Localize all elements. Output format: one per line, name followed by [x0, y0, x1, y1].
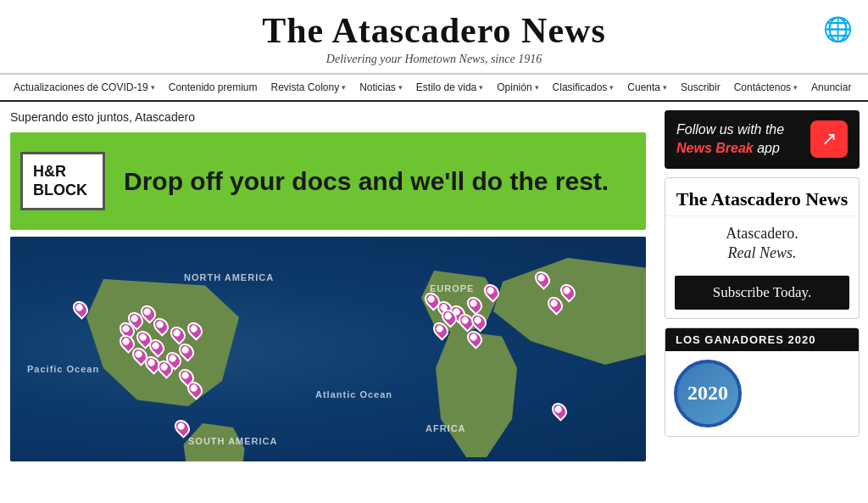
- atascadero-ad-sub: Real News.: [665, 244, 859, 271]
- hr-block-line1: H&R: [33, 163, 92, 182]
- nav-item-cuenta[interactable]: Cuenta ▾: [620, 75, 674, 100]
- nav-item-caret: ▾: [609, 83, 614, 92]
- site-title: The Atascadero News: [0, 10, 868, 51]
- sidebar: Follow us with the News Break app ↗ The …: [656, 102, 868, 470]
- site-header: The Atascadero News Delivering your Home…: [0, 0, 868, 74]
- nav-item-anunciar[interactable]: Anunciar: [804, 75, 858, 100]
- ganadores-box: LOS GANADORES 2020 2020: [665, 327, 860, 437]
- hr-block-logo: H&R BLOCK: [20, 152, 105, 210]
- atascadero-ad-title: The Atascadero News: [665, 178, 859, 216]
- nav-item-caret: ▾: [151, 83, 155, 92]
- nav-item-label: Noticias: [359, 81, 396, 93]
- hr-block-ad[interactable]: H&R BLOCK Drop off your docs and we'll d…: [10, 132, 646, 230]
- newsbreak-app-text: app: [757, 141, 780, 155]
- superando-text: Superando esto juntos, Atascadero: [10, 110, 646, 124]
- nav-item-actualizaciones-de-covid-19[interactable]: Actualizaciones de COVID-19 ▾: [7, 75, 162, 100]
- map-background: NORTH AMERICAPacific OceanAtlantic Ocean…: [10, 237, 646, 461]
- ganadores-year: 2020: [687, 382, 728, 405]
- nav-item-caret: ▾: [793, 83, 798, 92]
- nav-item-label: Clasificados: [553, 81, 608, 93]
- africa-continent: [426, 330, 527, 457]
- nav-item-estilo-de-vida[interactable]: Estilo de vida ▾: [409, 75, 490, 100]
- nav-item-label: Anunciar: [811, 81, 851, 93]
- ganadores-content: 2020: [665, 351, 859, 436]
- newsbreak-follow-text: Follow us with the: [676, 122, 784, 137]
- nav-item-revista-colony[interactable]: Revista Colony ▾: [264, 75, 353, 100]
- nav-item-contenido-premium[interactable]: Contenido premium: [162, 75, 264, 100]
- main-nav: Actualizaciones de COVID-19 ▾Contenido p…: [0, 74, 868, 102]
- nav-item-caret: ▾: [663, 83, 667, 92]
- hr-block-ad-text: Drop off your docs and we'll do the rest…: [115, 166, 617, 197]
- nav-item-label: Contenido premium: [169, 81, 258, 93]
- world-map: NORTH AMERICAPacific OceanAtlantic Ocean…: [10, 237, 646, 461]
- newsbreak-icon: ↗: [810, 120, 848, 158]
- content-area: Superando esto juntos, Atascadero H&R BL…: [0, 102, 656, 470]
- nav-item-label: Actualizaciones de COVID-19: [14, 81, 148, 93]
- nav-item-caret: ▾: [342, 83, 346, 92]
- ganadores-badge: 2020: [674, 360, 742, 428]
- nav-item-caret: ▾: [398, 83, 403, 92]
- map-label: Atlantic Ocean: [315, 389, 392, 400]
- atascadero-subscribe-ad: The Atascadero News Atascadero. Real New…: [665, 177, 860, 319]
- nav-item-noticias[interactable]: Noticias ▾: [353, 75, 409, 100]
- map-label: NORTH AMERICA: [184, 272, 274, 282]
- main-container: Superando esto juntos, Atascadero H&R BL…: [0, 102, 868, 470]
- globe-icon[interactable]: 🌐: [823, 15, 853, 43]
- newsbreak-ad[interactable]: Follow us with the News Break app ↗: [665, 110, 860, 169]
- ganadores-header: LOS GANADORES 2020: [665, 328, 859, 351]
- nav-item-contctenos[interactable]: Contáctenos ▾: [727, 75, 804, 100]
- nav-item-clasificados[interactable]: Clasificados ▾: [546, 75, 621, 100]
- newsbreak-brand: News Break: [676, 141, 754, 155]
- map-pin[interactable]: [548, 400, 570, 421]
- nav-item-opinin[interactable]: Opinión ▾: [490, 75, 545, 100]
- nav-item-label: Opinión: [497, 81, 531, 93]
- nav-item-label: Contáctenos: [734, 81, 791, 93]
- nav-item-caret: ▾: [479, 83, 483, 92]
- nav-item-label: Revista Colony: [270, 81, 339, 93]
- map-label: Pacific Ocean: [27, 364, 99, 374]
- nav-item-caret: ▾: [535, 83, 539, 92]
- newsbreak-text: Follow us with the News Break app: [676, 120, 802, 159]
- atascadero-ad-tagline: Atascadero.: [665, 216, 859, 244]
- nav-item-suscribir[interactable]: Suscribir: [674, 75, 727, 100]
- nav-item-label: Estilo de vida: [416, 81, 476, 93]
- north-america-continent: [86, 279, 256, 406]
- nav-item-label: Suscribir: [681, 81, 721, 93]
- map-pin[interactable]: [171, 416, 192, 438]
- nav-item-label: Cuenta: [627, 81, 660, 93]
- subscribe-button[interactable]: Subscribe Today.: [675, 276, 849, 310]
- site-subtitle: Delivering your Hometown News, since 191…: [0, 53, 868, 66]
- hr-block-line2: BLOCK: [33, 182, 92, 200]
- asia-continent: [493, 258, 646, 377]
- south-america-continent: [180, 423, 256, 461]
